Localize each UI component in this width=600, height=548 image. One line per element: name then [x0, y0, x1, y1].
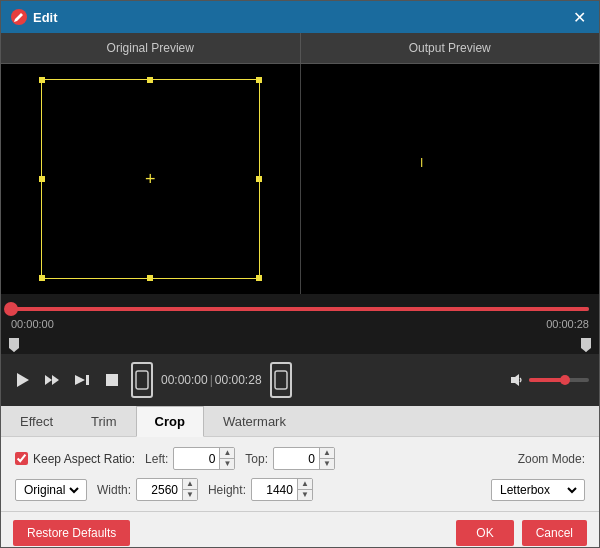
crop-handle-tm[interactable]	[147, 77, 153, 83]
width-spin-down[interactable]: ▼	[183, 490, 197, 500]
crop-handle-ml[interactable]	[39, 176, 45, 182]
crop-handle-tr[interactable]	[256, 77, 262, 83]
time-track	[11, 307, 589, 311]
height-input[interactable]	[252, 481, 297, 499]
volume-icon	[509, 372, 525, 388]
height-label: Height:	[208, 483, 246, 497]
phone-frame-icon-right	[270, 362, 292, 398]
time-labels: 00:00:00 00:00:28	[11, 316, 589, 332]
left-label: Left:	[145, 452, 168, 466]
left-spin-btns: ▲ ▼	[219, 448, 234, 469]
crop-handle-tl[interactable]	[39, 77, 45, 83]
left-spin-up[interactable]: ▲	[220, 448, 234, 459]
original-preview-pane: +	[1, 64, 301, 294]
top-spin-down[interactable]: ▼	[320, 459, 334, 469]
keep-aspect-ratio-checkbox[interactable]	[15, 452, 28, 465]
height-spin-down[interactable]: ▼	[298, 490, 312, 500]
left-spin-down[interactable]: ▼	[220, 459, 234, 469]
volume-thumb[interactable]	[560, 375, 570, 385]
time-display: 00:00:00 | 00:00:28	[161, 373, 262, 387]
zoom-mode-label: Zoom Mode:	[518, 452, 585, 466]
crop-tab-content: Keep Aspect Ratio: Left: ▲ ▼ Top:	[1, 437, 599, 511]
bookmark-start[interactable]	[9, 338, 19, 352]
time-slider[interactable]	[11, 302, 589, 316]
svg-marker-10	[511, 374, 519, 386]
edit-icon	[11, 9, 27, 25]
fast-forward-button[interactable]	[41, 369, 63, 391]
stop-button[interactable]	[101, 369, 123, 391]
top-spin-btns: ▲ ▼	[319, 448, 334, 469]
restore-defaults-button[interactable]: Restore Defaults	[13, 520, 130, 546]
output-preview-tab[interactable]: Output Preview	[301, 33, 600, 64]
original-preview-tab[interactable]: Original Preview	[1, 33, 301, 64]
crop-row-1: Keep Aspect Ratio: Left: ▲ ▼ Top:	[15, 447, 585, 470]
width-spin-up[interactable]: ▲	[183, 479, 197, 490]
title-bar-left: Edit	[11, 9, 58, 25]
width-spin[interactable]: ▲ ▼	[136, 478, 198, 501]
dialog-title: Edit	[33, 10, 58, 25]
top-field-group: Top: ▲ ▼	[245, 447, 335, 470]
aspect-ratio-select[interactable]: Original 16:9 4:3 1:1	[20, 482, 82, 498]
close-button[interactable]: ✕	[569, 7, 589, 27]
footer-bar: Restore Defaults OK Cancel	[1, 511, 599, 548]
crop-handle-br[interactable]	[256, 275, 262, 281]
preview-tabs-header: Original Preview Output Preview	[1, 33, 599, 64]
timeline-section: 00:00:00 00:00:28	[1, 294, 599, 354]
svg-rect-6	[86, 375, 89, 385]
svg-marker-4	[52, 375, 59, 385]
width-field-group: Width: ▲ ▼	[97, 478, 198, 501]
aspect-ratio-dropdown[interactable]: Original 16:9 4:3 1:1	[15, 479, 87, 501]
keep-aspect-ratio-label[interactable]: Keep Aspect Ratio:	[15, 452, 135, 466]
timeline-bar-area: 00:00:00 00:00:28	[1, 294, 599, 336]
top-input[interactable]	[274, 450, 319, 468]
tab-trim[interactable]: Trim	[72, 406, 136, 436]
crop-row-2: Original 16:9 4:3 1:1 Width: ▲ ▼	[15, 478, 585, 501]
height-spin-up[interactable]: ▲	[298, 479, 312, 490]
crop-handle-mr[interactable]	[256, 176, 262, 182]
tabs-row: Effect Trim Crop Watermark	[1, 406, 599, 437]
controls-bar: 00:00:00 | 00:00:28	[1, 354, 599, 406]
time-thumb[interactable]	[4, 302, 18, 316]
edit-dialog: Edit ✕ Original Preview Output Preview +…	[0, 0, 600, 548]
volume-track[interactable]	[529, 378, 589, 382]
top-label: Top:	[245, 452, 268, 466]
tab-watermark[interactable]: Watermark	[204, 406, 305, 436]
output-cursor-icon: I	[420, 156, 423, 170]
crop-handle-bl[interactable]	[39, 275, 45, 281]
left-spin[interactable]: ▲ ▼	[173, 447, 235, 470]
tab-crop[interactable]: Crop	[136, 406, 204, 437]
tab-effect[interactable]: Effect	[1, 406, 72, 436]
total-time: 00:00:28	[215, 373, 262, 387]
height-spin-btns: ▲ ▼	[297, 479, 312, 500]
title-bar: Edit ✕	[1, 1, 599, 33]
zoom-mode-select[interactable]: Letterbox Crop Pan & Scan Full	[496, 482, 580, 498]
frame-step-button[interactable]	[71, 369, 93, 391]
width-label: Width:	[97, 483, 131, 497]
svg-rect-9	[275, 371, 287, 389]
tabs-section: Effect Trim Crop Watermark Keep Aspect R…	[1, 406, 599, 511]
play-button[interactable]	[11, 369, 33, 391]
time-fill	[11, 307, 589, 311]
top-spin-up[interactable]: ▲	[320, 448, 334, 459]
svg-rect-8	[136, 371, 148, 389]
current-time: 00:00:00	[161, 373, 208, 387]
crop-handle-bm[interactable]	[147, 275, 153, 281]
width-spin-btns: ▲ ▼	[182, 479, 197, 500]
left-field-group: Left: ▲ ▼	[145, 447, 235, 470]
time-end: 00:00:28	[546, 318, 589, 330]
cancel-button[interactable]: Cancel	[522, 520, 587, 546]
bookmark-end[interactable]	[581, 338, 591, 352]
zoom-mode-dropdown[interactable]: Letterbox Crop Pan & Scan Full	[491, 479, 585, 501]
height-spin[interactable]: ▲ ▼	[251, 478, 313, 501]
height-field-group: Height: ▲ ▼	[208, 478, 313, 501]
volume-slider[interactable]	[509, 372, 589, 388]
svg-marker-0	[9, 338, 19, 352]
bookmark-row	[1, 336, 599, 354]
svg-marker-5	[75, 375, 85, 385]
svg-marker-1	[581, 338, 591, 352]
top-spin[interactable]: ▲ ▼	[273, 447, 335, 470]
left-input[interactable]	[174, 450, 219, 468]
ok-button[interactable]: OK	[456, 520, 513, 546]
crosshair-icon: +	[145, 169, 156, 190]
width-input[interactable]	[137, 481, 182, 499]
